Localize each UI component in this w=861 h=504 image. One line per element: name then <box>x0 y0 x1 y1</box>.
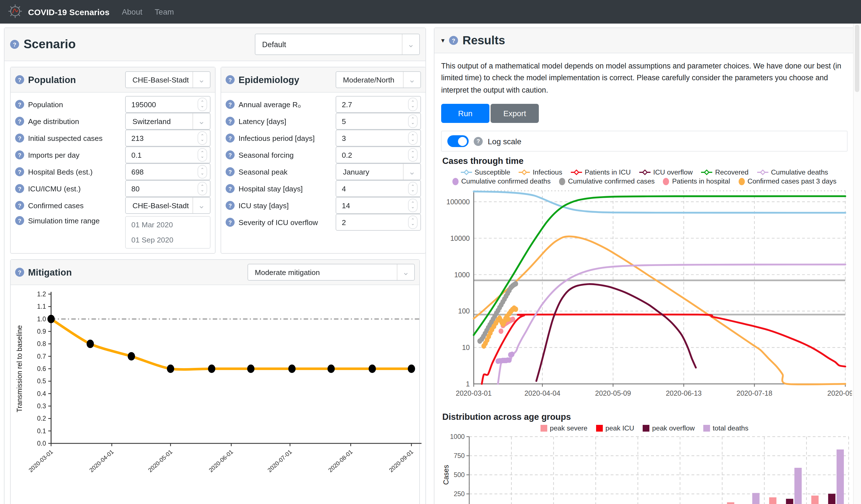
mitigation-drag-dot[interactable] <box>328 365 335 373</box>
mitigation-drag-dot[interactable] <box>247 365 255 373</box>
number-input[interactable]: 3⌃⌄ <box>336 130 421 147</box>
export-button[interactable]: Export <box>491 104 539 123</box>
number-input[interactable]: 0.2⌃⌄ <box>336 147 421 163</box>
spinner-icon[interactable]: ⌃⌄ <box>408 199 418 212</box>
epidemiology-preset-select[interactable]: Moderate/North ⌄ <box>336 71 421 88</box>
field-label: ICU stay [days] <box>238 201 289 209</box>
spinner-icon[interactable]: ⌃⌄ <box>408 148 418 162</box>
mitigation-drag-dot[interactable] <box>368 365 376 373</box>
spinner-icon[interactable]: ⌃⌄ <box>197 131 207 145</box>
help-icon[interactable]: ? <box>449 36 458 45</box>
brand[interactable]: COVID-19 Scenarios <box>8 4 109 20</box>
mitigation-drag-dot[interactable] <box>47 315 55 323</box>
run-button[interactable]: Run <box>441 104 489 123</box>
epidemiology-title: Epidemiology <box>238 74 299 85</box>
help-icon[interactable]: ? <box>226 184 235 193</box>
date-start[interactable]: 01 Mar 2020 <box>131 221 204 229</box>
spinner-icon[interactable]: ⌃⌄ <box>197 165 207 178</box>
date-range-input[interactable]: 01 Mar 202001 Sep 2020 <box>125 216 210 249</box>
select-input[interactable]: CHE-Basel-Stadt⌄ <box>125 197 210 214</box>
spinner-icon[interactable]: ⌃⌄ <box>408 131 418 145</box>
mitigation-drag-dot[interactable] <box>288 365 296 373</box>
number-input[interactable]: 698⌃⌄ <box>125 163 210 180</box>
mitigation-drag-dot[interactable] <box>87 340 94 348</box>
help-icon[interactable]: ? <box>15 268 24 277</box>
svg-text:2020-07-01: 2020-07-01 <box>266 448 293 473</box>
mitigation-drag-dot[interactable] <box>128 352 135 360</box>
log-scale-toggle[interactable] <box>447 136 469 147</box>
field-label: Severity of ICU overflow <box>238 218 318 227</box>
field-label: ICU/ICMU (est.) <box>28 185 81 193</box>
epidemiology-form: ?Annual average R₀2.7⌃⌄?Latency [days]5⌃… <box>221 93 425 235</box>
number-input[interactable]: 4⌃⌄ <box>336 180 421 197</box>
help-icon[interactable]: ? <box>15 216 24 225</box>
population-row: ?Population195000⌃⌄ <box>15 96 210 113</box>
mitigation-card: ? Mitigation Moderate mitigation ⌄ 0.00.… <box>10 259 420 504</box>
number-input[interactable]: 2⌃⌄ <box>336 214 421 231</box>
number-input[interactable]: 80⌃⌄ <box>125 180 210 197</box>
legend-item: Cumulative deaths <box>757 169 828 177</box>
help-icon[interactable]: ? <box>226 100 235 109</box>
legend-item: peak overflow <box>643 425 695 433</box>
field-label: Seasonal peak <box>238 167 288 176</box>
spinner-icon[interactable]: ⌃⌄ <box>197 98 207 111</box>
scenario-card: ? Scenario Default ⌄ ? <box>4 27 426 504</box>
help-icon[interactable]: ? <box>15 117 24 126</box>
help-icon[interactable]: ? <box>474 137 483 146</box>
select-input[interactable]: Switzerland⌄ <box>125 113 210 130</box>
number-input[interactable]: 5⌃⌄ <box>336 113 421 130</box>
help-icon[interactable]: ? <box>226 75 235 84</box>
spinner-icon[interactable]: ⌃⌄ <box>408 114 418 128</box>
population-preset-select[interactable]: CHE-Basel-Stadt ⌄ <box>125 71 210 88</box>
select-input[interactable]: January⌄ <box>336 163 421 180</box>
svg-text:2020-06-01: 2020-06-01 <box>207 448 234 473</box>
help-icon[interactable]: ? <box>226 201 235 210</box>
svg-text:1000: 1000 <box>450 434 465 440</box>
number-input[interactable]: 195000⌃⌄ <box>125 96 210 113</box>
help-icon[interactable]: ? <box>15 201 24 210</box>
field-label: Hospital Beds (est.) <box>28 167 93 176</box>
help-icon[interactable]: ? <box>226 150 235 159</box>
nav-link-about[interactable]: About <box>122 7 142 16</box>
mitigation-header: ? Mitigation Moderate mitigation ⌄ <box>11 260 419 285</box>
number-input[interactable]: 213⌃⌄ <box>125 130 210 147</box>
help-icon[interactable]: ? <box>226 218 235 227</box>
spinner-icon[interactable]: ⌃⌄ <box>408 182 418 195</box>
epidemiology-row: ?Annual average R₀2.7⌃⌄ <box>226 96 421 113</box>
nav-link-team[interactable]: Team <box>155 7 174 16</box>
help-icon[interactable]: ? <box>15 134 24 142</box>
population-card: ? Population CHE-Basel-Stadt ⌄ ?Populati… <box>10 67 216 254</box>
number-input[interactable]: 14⌃⌄ <box>336 197 421 214</box>
mitigation-drag-dot[interactable] <box>167 365 174 373</box>
svg-text:2020-04-01: 2020-04-01 <box>88 448 115 473</box>
svg-text:0.6: 0.6 <box>37 365 46 372</box>
mitigation-drag-dot[interactable] <box>208 365 215 373</box>
svg-text:0.0: 0.0 <box>37 440 46 447</box>
field-value: CHE-Basel-Stadt <box>126 201 192 209</box>
date-end[interactable]: 01 Sep 2020 <box>131 236 204 244</box>
svg-text:1.1: 1.1 <box>37 303 46 310</box>
spinner-icon[interactable]: ⌃⌄ <box>408 216 418 229</box>
number-input[interactable]: 0.1⌃⌄ <box>125 147 210 163</box>
help-icon[interactable]: ? <box>15 184 24 193</box>
help-icon[interactable]: ? <box>226 167 235 176</box>
mitigation-drag-dot[interactable] <box>408 365 415 373</box>
help-icon[interactable]: ? <box>15 167 24 176</box>
spinner-icon[interactable]: ⌃⌄ <box>197 148 207 162</box>
help-icon[interactable]: ? <box>226 134 235 142</box>
help-icon[interactable]: ? <box>15 75 24 84</box>
scrollbar[interactable] <box>853 24 861 504</box>
series-cumulative-deaths <box>498 264 845 384</box>
mitigation-preset-select[interactable]: Moderate mitigation ⌄ <box>247 264 415 281</box>
spinner-icon[interactable]: ⌃⌄ <box>408 98 418 111</box>
scenario-preset-select[interactable]: Default ⌄ <box>255 34 420 55</box>
population-row: ?Confirmed casesCHE-Basel-Stadt⌄ <box>15 197 210 214</box>
collapse-caret-icon[interactable]: ▾ <box>441 37 445 44</box>
help-icon[interactable]: ? <box>15 150 24 159</box>
help-icon[interactable]: ? <box>15 100 24 109</box>
help-icon[interactable]: ? <box>10 40 19 49</box>
spinner-icon[interactable]: ⌃⌄ <box>197 182 207 195</box>
number-input[interactable]: 2.7⌃⌄ <box>336 96 421 113</box>
field-label: Imports per day <box>28 151 79 159</box>
help-icon[interactable]: ? <box>226 117 235 126</box>
